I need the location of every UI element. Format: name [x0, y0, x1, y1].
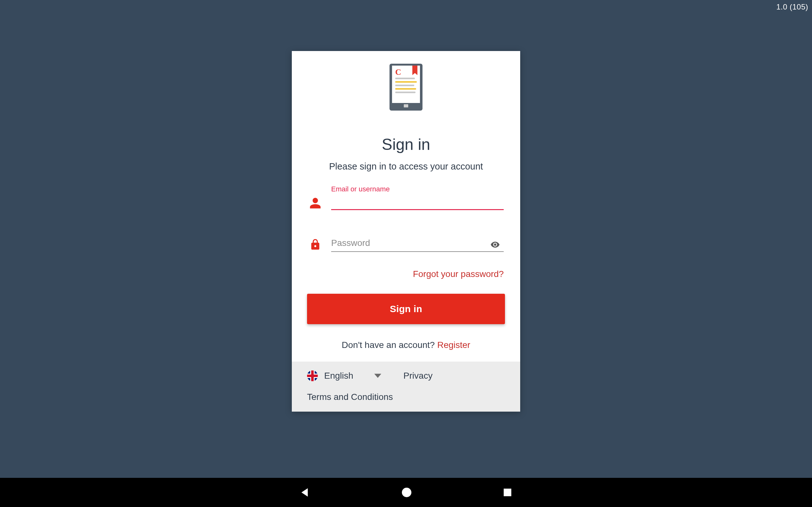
privacy-link[interactable]: Privacy — [403, 371, 433, 381]
email-field-row: Email or username — [308, 194, 504, 210]
password-field-row — [308, 236, 504, 252]
logo-line-icon — [395, 92, 415, 93]
register-link[interactable]: Register — [437, 340, 470, 350]
home-circle-icon — [400, 486, 413, 499]
version-label: 1.0 (105) — [776, 3, 808, 11]
email-input[interactable] — [331, 194, 504, 210]
login-card: C Sign in Please sign in to access your … — [292, 51, 520, 412]
password-input[interactable] — [331, 236, 504, 252]
terms-link[interactable]: Terms and Conditions — [307, 392, 505, 402]
email-label: Email or username — [331, 185, 390, 193]
logo-line-icon — [395, 84, 414, 86]
page-title: Sign in — [382, 135, 430, 154]
uk-flag-icon — [307, 371, 318, 381]
tablet-home-icon — [404, 104, 408, 107]
svg-point-0 — [402, 488, 411, 497]
app-logo-screen: C — [392, 66, 420, 103]
password-input-wrap — [331, 236, 504, 252]
app-logo: C — [390, 64, 422, 111]
eye-icon — [489, 240, 502, 249]
login-card-footer: English Privacy Terms and Conditions — [292, 361, 520, 412]
language-selected-label: English — [324, 371, 353, 381]
no-account-text: Don't have an account? Register — [342, 340, 470, 350]
logo-line-icon — [395, 81, 417, 83]
logo-line-icon — [395, 78, 415, 79]
login-card-body: C Sign in Please sign in to access your … — [292, 51, 520, 361]
back-triangle-icon — [299, 486, 311, 499]
svg-rect-1 — [504, 489, 511, 496]
nav-home-button[interactable] — [400, 486, 413, 499]
chevron-down-icon — [374, 374, 381, 378]
nav-recents-button[interactable] — [502, 487, 513, 498]
email-input-wrap: Email or username — [331, 194, 504, 210]
sign-in-button[interactable]: Sign in — [307, 294, 505, 324]
recents-square-icon — [502, 487, 513, 498]
toggle-password-visibility-button[interactable] — [489, 240, 502, 249]
lock-icon — [308, 238, 322, 252]
language-selector[interactable]: English — [307, 371, 381, 381]
user-icon — [308, 197, 322, 210]
forgot-password-link[interactable]: Forgot your password? — [308, 269, 504, 279]
no-account-prefix: Don't have an account? — [342, 340, 437, 350]
nav-back-button[interactable] — [299, 486, 311, 499]
logo-line-icon — [395, 88, 416, 90]
android-nav-bar — [0, 478, 812, 507]
page-subtitle: Please sign in to access your account — [329, 161, 483, 172]
